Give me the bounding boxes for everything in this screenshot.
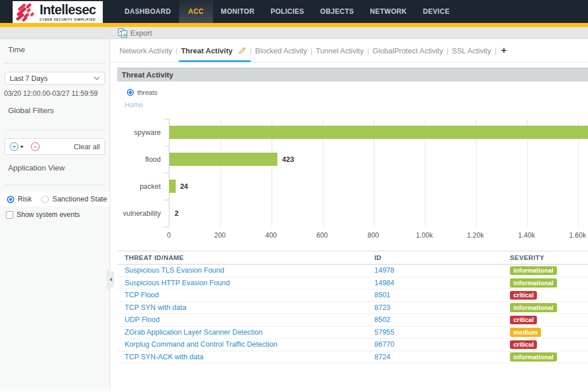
risk-radio[interactable] xyxy=(7,196,14,203)
severity-badge: medium xyxy=(510,328,541,337)
threat-name-link[interactable]: ZGrab Application Layer Scanner Detectio… xyxy=(125,328,262,336)
chart-bar-value: 423 xyxy=(282,153,294,166)
collapse-arrow-icon xyxy=(110,278,112,281)
column-header-severity[interactable]: SEVERITY xyxy=(502,251,588,265)
severity-badge: critical xyxy=(510,291,537,300)
breadcrumb-home[interactable]: Home xyxy=(125,101,588,109)
tab-blocked-activity[interactable]: Blocked Activity xyxy=(255,39,307,62)
add-filter-caret-icon[interactable] xyxy=(20,146,24,148)
threat-id-link[interactable]: 8723 xyxy=(374,304,390,312)
chart-y-tick xyxy=(164,200,169,200)
chevron-down-icon xyxy=(94,76,100,80)
global-filters-box: + − Clear all xyxy=(5,138,105,155)
column-header-threat-id-name[interactable]: THREAT ID/NAME xyxy=(117,251,367,265)
chart-x-tick-label: 0 xyxy=(167,231,171,239)
chart-y-tick xyxy=(164,173,169,173)
tab-globalprotect-activity[interactable]: GlobalProtect Activity xyxy=(373,39,443,62)
add-tab-button[interactable]: + xyxy=(501,45,507,56)
threat-activity-panel: Threat Activity threats Home 423242 0200… xyxy=(117,68,588,363)
chart-bar-packet[interactable] xyxy=(169,180,176,193)
time-range-detail: 03/20 12:00:00-03/27 11:59:59 xyxy=(4,90,110,98)
add-filter-icon[interactable]: + xyxy=(10,142,18,151)
time-range-value: Last 7 Days xyxy=(10,75,48,83)
threat-name-link[interactable]: Suspicious TLS Evasion Found xyxy=(125,266,224,274)
threat-id-link[interactable]: 14978 xyxy=(374,266,394,274)
threat-id-link[interactable]: 14984 xyxy=(374,279,394,287)
table-row: UDP Flood8502critical xyxy=(117,314,588,327)
threat-bar-chart: 423242 02004006008001.00k1.20k1.40k1.60k… xyxy=(117,119,588,242)
sidebar-collapse-handle[interactable] xyxy=(107,270,114,289)
time-range-select[interactable]: Last 7 Days xyxy=(5,72,105,85)
radio-label: Sanctioned State xyxy=(52,195,107,203)
tab-label: GlobalProtect Activity xyxy=(373,46,443,55)
tab-threat-activity[interactable]: Threat Activity xyxy=(181,39,246,62)
table-row: Suspicious HTTP Evasion Found14984inform… xyxy=(117,277,588,289)
threat-id-link[interactable]: 86770 xyxy=(374,340,394,348)
tab-label: Tunnel Activity xyxy=(316,46,363,55)
radio-label: Risk xyxy=(18,195,32,203)
table-row: Korplug Command and Control Traffic Dete… xyxy=(117,339,588,351)
chart-bar-flood[interactable] xyxy=(169,153,277,166)
chart-y-tick xyxy=(164,146,169,146)
table-row: TCP Flood8501critical xyxy=(117,289,588,302)
sanctioned-state-radio[interactable] xyxy=(41,196,49,203)
nav-item-network[interactable]: NETWORK xyxy=(362,0,415,23)
threat-name-link[interactable]: Suspicious HTTP Evasion Found xyxy=(125,279,230,287)
tab-label: Blocked Activity xyxy=(255,46,307,55)
tab-separator: | xyxy=(307,46,316,55)
threat-name-link[interactable]: UDP Flood xyxy=(125,316,160,324)
brand-logo[interactable]: Intellesec CYBER SECURITY SIMPLIFIED xyxy=(13,1,103,23)
divider xyxy=(5,130,105,130)
tab-network-activity[interactable]: Network Activity xyxy=(119,39,172,62)
table-row: TCP SYN-ACK with data8724informational xyxy=(117,351,588,363)
remove-filter-icon[interactable]: − xyxy=(31,142,40,151)
threat-name-link[interactable]: TCP SYN-ACK with data xyxy=(125,353,203,361)
severity-badge: critical xyxy=(510,316,537,325)
threat-name-link[interactable]: TCP Flood xyxy=(125,291,159,299)
table-row: TCP SYN with data8723informational xyxy=(117,301,588,314)
threat-id-link[interactable]: 8724 xyxy=(374,353,390,361)
nav-item-objects[interactable]: OBJECTS xyxy=(312,0,362,23)
threat-name-link[interactable]: Korplug Command and Control Traffic Dete… xyxy=(125,340,277,348)
chart-bar-value: 2 xyxy=(175,207,179,220)
threat-id-link[interactable]: 8502 xyxy=(374,316,390,324)
nav-item-monitor[interactable]: MONITOR xyxy=(213,0,263,23)
top-navbar: Intellesec CYBER SECURITY SIMPLIFIED DAS… xyxy=(0,0,588,23)
application-view-heading: Application View xyxy=(0,157,110,172)
chart-x-tick-label: 1.40k xyxy=(518,231,535,239)
edit-pencil-icon[interactable] xyxy=(238,46,246,55)
nav-item-device[interactable]: DEVICE xyxy=(415,0,457,23)
threat-id-link[interactable]: 8501 xyxy=(374,291,390,299)
nav-item-dashboard[interactable]: DASHBOARD xyxy=(117,0,179,23)
threat-name-link[interactable]: TCP SYN with data xyxy=(125,304,186,312)
nav-item-policies[interactable]: POLICIES xyxy=(262,0,312,23)
nav-item-acc[interactable]: ACC xyxy=(179,0,213,23)
brand-tagline: CYBER SECURITY SIMPLIFIED xyxy=(40,18,96,21)
threats-radio-label: threats xyxy=(137,89,157,96)
tab-label: Network Activity xyxy=(119,46,172,55)
export-icon xyxy=(118,28,127,38)
threats-radio[interactable] xyxy=(127,89,134,96)
panel-header: Threat Activity xyxy=(117,68,588,81)
tab-ssl-activity[interactable]: SSL Activity xyxy=(452,39,491,62)
export-button[interactable]: Export xyxy=(118,28,152,38)
global-filters-heading: Global Filters xyxy=(0,100,110,115)
clear-all-button[interactable]: Clear all xyxy=(74,143,100,151)
tab-tunnel-activity[interactable]: Tunnel Activity xyxy=(316,39,363,62)
time-heading: Time xyxy=(0,39,110,54)
panel-title: Threat Activity xyxy=(122,71,173,79)
table-row: Suspicious TLS Evasion Found14978informa… xyxy=(117,265,588,277)
severity-badge: critical xyxy=(510,340,537,350)
show-system-events-checkbox[interactable] xyxy=(6,211,13,219)
threat-id-link[interactable]: 57955 xyxy=(374,328,394,336)
severity-badge: informational xyxy=(510,303,557,312)
column-header-id[interactable]: ID xyxy=(367,251,502,265)
filter-sidebar: Time Last 7 Days 03/20 12:00:00-03/27 11… xyxy=(0,39,110,391)
chart-category-label: flood xyxy=(110,146,161,173)
chart-bar-spyware[interactable] xyxy=(169,126,588,139)
brand-logo-icon xyxy=(15,2,38,22)
chart-category-label: packet xyxy=(110,173,161,200)
main-nav: DASHBOARDACCMONITORPOLICIESOBJECTSNETWOR… xyxy=(117,0,458,23)
tab-separator: | xyxy=(491,46,500,55)
threat-table: THREAT ID/NAMEIDSEVERITY Suspicious TLS … xyxy=(117,251,588,363)
